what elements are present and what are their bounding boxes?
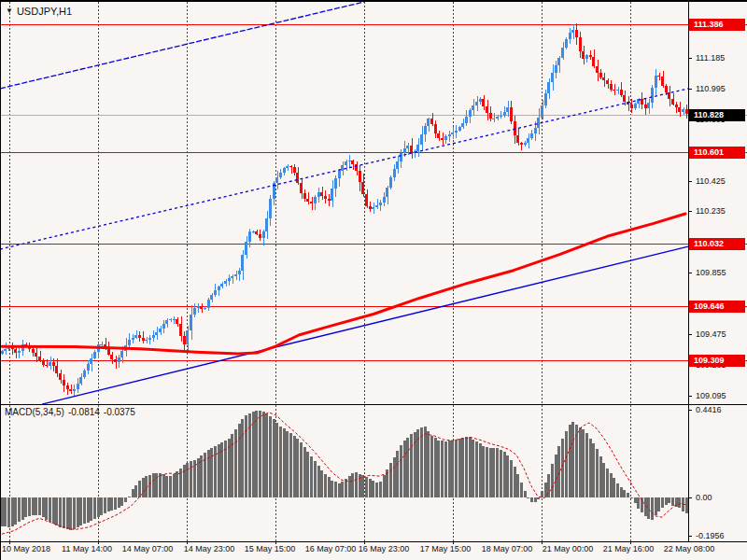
price-tickmark — [688, 211, 692, 212]
symbol-period-label[interactable]: ▼ USDJPY,H1 — [6, 6, 72, 17]
moving-average-line[interactable] — [2, 214, 685, 354]
macd-scale-label: -0.1956 — [696, 530, 725, 541]
macd-scale-label: 0.4416 — [696, 404, 722, 415]
macd-tickmark — [688, 536, 692, 537]
price-tickmark — [688, 58, 692, 59]
price-tick-label: 109.095 — [696, 390, 726, 401]
price-level-lines — [0, 25, 747, 361]
time-axis-tick — [364, 541, 365, 544]
chart-canvas[interactable] — [0, 2, 747, 560]
time-axis-tick — [187, 541, 188, 544]
chart-dropdown-icon[interactable]: ▼ — [6, 7, 13, 15]
price-tickmark — [688, 273, 692, 273]
macd-main-value: -0.0814 — [68, 407, 100, 417]
macd-scale[interactable]: 0.44160.00-0.1956 — [688, 406, 747, 541]
price-level-badge: 110.032 — [689, 238, 745, 250]
macd-indicator-label: MACD(5,34,5)-0.0814-0.0375 — [5, 407, 139, 417]
time-axis-tick — [275, 541, 276, 544]
price-tick-label: 110.425 — [696, 175, 726, 187]
macd-tickmark — [688, 497, 692, 498]
time-axis-tick — [542, 541, 543, 544]
price-tick-label: 109.475 — [696, 329, 726, 340]
trendline-mid-channel[interactable] — [0, 89, 688, 249]
pane-borders — [0, 2, 747, 560]
macd-histogram — [1, 411, 688, 531]
price-tick-label: 111.185 — [696, 52, 725, 63]
price-tickmark — [688, 181, 692, 182]
macd-indicator-name: MACD(5,34,5) — [5, 407, 64, 417]
chart-window: ▼ USDJPY,H1 MACD(5,34,5)-0.0814-0.0375 1… — [0, 0, 747, 560]
symbol-period-text: USDJPY,H1 — [17, 6, 72, 17]
price-tickmark — [688, 89, 692, 90]
price-tick-label: 109.855 — [696, 267, 726, 278]
time-axis-label: 22 May 08:00 — [652, 544, 726, 553]
time-axis-tick — [98, 541, 99, 544]
price-tick-label: 110.995 — [696, 83, 726, 94]
macd-scale-label: 0.00 — [696, 492, 712, 503]
price-scale[interactable]: 111.375111.185110.995110.805110.615110.4… — [688, 2, 747, 404]
price-tickmark — [688, 396, 692, 397]
time-gridlines — [10, 2, 631, 541]
price-tick-label: 110.235 — [696, 205, 726, 217]
price-level-badge: 110.601 — [689, 147, 745, 159]
time-axis-tick — [630, 541, 631, 544]
price-level-badge: 111.386 — [689, 19, 745, 31]
macd-tickmark — [688, 410, 692, 411]
price-level-badge: 109.646 — [689, 301, 745, 313]
price-level-badge: 109.309 — [689, 355, 745, 367]
time-axis-tick — [9, 541, 10, 544]
current-price-badge: 110.828 — [689, 109, 745, 121]
time-axis[interactable]: 10 May 201811 May 14:0014 May 07:0014 Ma… — [0, 541, 747, 560]
candlestick-series — [1, 23, 688, 397]
price-tickmark — [688, 334, 692, 335]
time-axis-tick — [453, 541, 454, 544]
macd-signal-value: -0.0375 — [104, 407, 135, 417]
